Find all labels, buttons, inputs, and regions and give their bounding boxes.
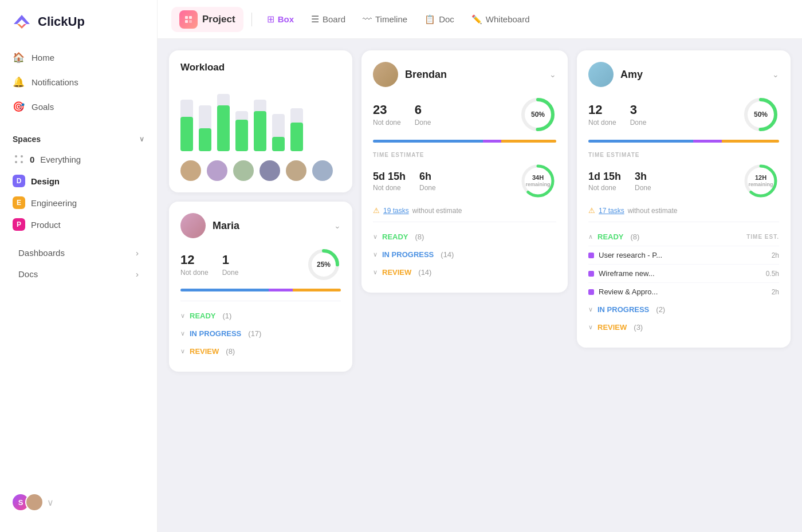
amy-warning-count[interactable]: 17 tasks — [599, 207, 624, 215]
maria-chevron[interactable]: ⌄ — [334, 221, 341, 230]
project-tab[interactable]: Project — [171, 7, 243, 32]
docs-label: Docs — [18, 269, 38, 279]
maria-ready-row[interactable]: ∨ READY (1) — [180, 307, 341, 325]
amy-review-label: REVIEW — [597, 323, 627, 332]
inprogress-chevron-a: ∨ — [588, 306, 593, 313]
amy-stats: 12 Not done 3 Done 50% — [588, 96, 779, 133]
sidebar-item-notifications[interactable]: 🔔 Notifications — [6, 70, 151, 94]
amy-task-list: User research - P... 2h Wireframe new...… — [588, 246, 779, 301]
review-chevron-a: ∨ — [588, 324, 593, 331]
svg-marker-0 — [14, 15, 30, 24]
brendan-ready-row[interactable]: ∨ READY (8) — [373, 228, 556, 246]
sidebar-item-home[interactable]: 🏠 Home — [6, 46, 151, 69]
bar-fill — [217, 105, 230, 151]
maria-review-label: REVIEW — [190, 347, 219, 356]
amy-done-label: Done — [630, 119, 647, 127]
maria-ready-count: (1) — [223, 312, 232, 320]
amy-ready-row[interactable]: ∧ READY (8) TIME EST. — [588, 228, 779, 246]
bar-group — [272, 114, 285, 151]
amy-status-section: ∧ READY (8) TIME EST. User research - P.… — [588, 222, 779, 336]
brendan-header: Brendan ⌄ — [373, 62, 556, 87]
maria-percent: 25% — [317, 261, 331, 269]
task-item-3[interactable]: Review & Appro... 2h — [588, 282, 779, 301]
amy-done-num: 3 — [630, 103, 647, 117]
amy-inprogress-row[interactable]: ∨ IN PROGRESS (2) — [588, 301, 779, 318]
task-item-2[interactable]: Wireframe new... 0.5h — [588, 264, 779, 282]
tab-timeline[interactable]: 〰 Timeline — [356, 11, 414, 28]
amy-card: Amy ⌄ 12 Not done 3 Done — [577, 50, 791, 348]
whiteboard-label: Whiteboard — [486, 14, 530, 24]
chart-avatar-3[interactable] — [233, 160, 254, 181]
brendan-not-done: 23 Not done — [373, 103, 401, 127]
amy-progress-bar — [588, 140, 779, 143]
amy-ready-label: READY — [597, 232, 624, 241]
footer-chevron[interactable]: ∨ — [47, 497, 54, 508]
brendan-percent: 50% — [531, 111, 545, 119]
amy-warning: ⚠ 17 tasks without estimate — [588, 206, 779, 215]
task-time-2: 0.5h — [766, 270, 779, 278]
engineering-label: Engineering — [31, 198, 77, 208]
amy-time-row: 1d 15h Not done 3h Done 12H — [588, 163, 779, 199]
chart-avatar-4[interactable] — [260, 160, 280, 181]
task-dot-1 — [588, 253, 594, 258]
brendan-warning-count[interactable]: 19 tasks — [383, 207, 409, 215]
brendan-circle: 50% — [520, 96, 556, 133]
tab-box[interactable]: ⊞ Box — [260, 10, 301, 28]
maria-not-done-label: Not done — [180, 269, 209, 277]
amy-chevron[interactable]: ⌄ — [772, 70, 779, 79]
sidebar-item-design[interactable]: D Design — [6, 170, 151, 192]
tab-doc[interactable]: 📋 Doc — [418, 11, 461, 28]
brendan-not-done-num: 23 — [373, 103, 401, 117]
task-time-1: 2h — [772, 251, 779, 259]
brendan-progress-bar — [373, 140, 556, 143]
chart-avatar-5[interactable] — [286, 160, 306, 181]
clickup-logo-icon — [11, 11, 32, 32]
maria-review-row[interactable]: ∨ REVIEW (8) — [180, 342, 341, 360]
chart-avatars — [180, 160, 341, 181]
svg-rect-7 — [189, 16, 192, 19]
sidebar-item-product[interactable]: P Product — [6, 214, 151, 235]
bar-fill — [290, 123, 303, 151]
inprogress-chevron-b: ∨ — [373, 251, 378, 258]
maria-review-count: (8) — [226, 347, 235, 356]
tab-board[interactable]: ☰ Board — [304, 10, 352, 28]
brendan-inprogress-row[interactable]: ∨ IN PROGRESS (14) — [373, 246, 556, 263]
box-label: Box — [278, 14, 294, 24]
spaces-chevron[interactable]: ∨ — [139, 135, 144, 143]
workload-card: Workload — [169, 50, 352, 192]
sidebar-item-engineering[interactable]: E Engineering — [6, 192, 151, 214]
chart-avatar-6[interactable] — [312, 160, 333, 181]
maria-inprogress-row[interactable]: ∨ IN PROGRESS (17) — [180, 325, 341, 342]
svg-rect-9 — [189, 20, 192, 23]
maria-inprogress-count: (17) — [248, 329, 261, 338]
sidebar-item-dashboards[interactable]: Dashboards › — [6, 242, 151, 263]
svg-point-4 — [15, 161, 17, 163]
amy-review-row[interactable]: ∨ REVIEW (3) — [588, 318, 779, 336]
sidebar-item-docs[interactable]: Docs › — [6, 263, 151, 285]
dashboards-label: Dashboards — [18, 248, 65, 258]
workload-title: Workload — [180, 62, 341, 73]
bar-group — [235, 111, 248, 151]
docs-chevron: › — [136, 269, 139, 279]
sidebar-item-goals[interactable]: 🎯 Goals — [6, 95, 151, 119]
brendan-ready-count: (8) — [415, 232, 424, 241]
svg-point-2 — [15, 155, 17, 157]
brendan-status-section: ∨ READY (8) ∨ IN PROGRESS (14) ∨ REVIEW … — [373, 222, 556, 281]
task-item-1[interactable]: User research - P... 2h — [588, 246, 779, 264]
bar-group — [199, 105, 211, 151]
sidebar-item-everything[interactable]: 0 Everything — [6, 148, 151, 170]
timeline-label: Timeline — [375, 14, 407, 24]
bar-bg — [217, 94, 230, 151]
maria-header: Maria ⌄ — [180, 213, 341, 238]
content-area: Workload Maria ⌄ — [158, 39, 802, 532]
task-dot-2 — [588, 271, 594, 277]
tab-whiteboard[interactable]: ✏️ Whiteboard — [465, 11, 537, 28]
brendan-chevron[interactable]: ⌄ — [549, 70, 556, 79]
amy-not-done-num: 12 — [588, 103, 616, 117]
brendan-review-row[interactable]: ∨ REVIEW (14) — [373, 263, 556, 281]
brendan-name: Brendan — [405, 69, 447, 81]
task-time-3: 2h — [772, 288, 779, 296]
bar-group — [217, 94, 230, 151]
chart-avatar-1[interactable] — [180, 160, 201, 181]
chart-avatar-2[interactable] — [207, 160, 227, 181]
